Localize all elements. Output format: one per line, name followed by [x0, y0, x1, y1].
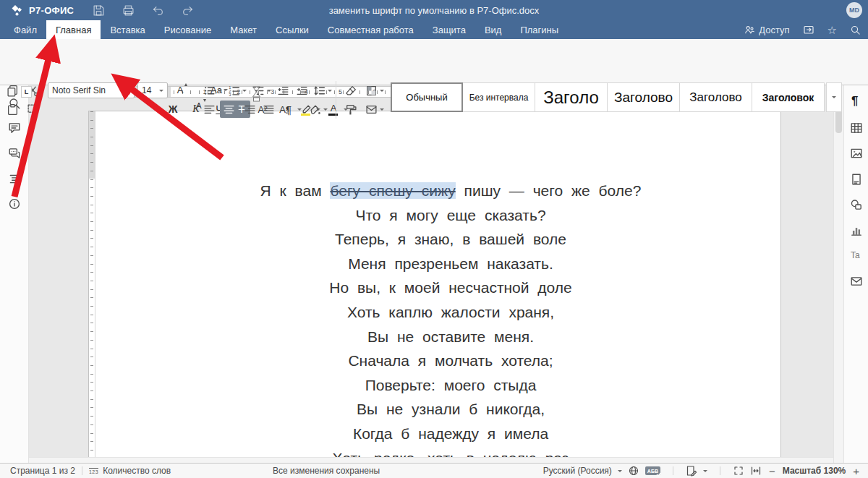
document-page[interactable]: Я к вам бегу спешу сижу пишу — чего же б…	[88, 111, 781, 463]
font-size-select[interactable]: 14	[137, 82, 168, 98]
paragraph-settings-icon[interactable]: ¶	[851, 94, 858, 108]
font-name-select[interactable]: Noto Serif Sin	[48, 82, 135, 98]
doc-line: Поверьте: моего стыда	[170, 373, 731, 398]
tab-references[interactable]: Ссылки	[266, 20, 318, 39]
bullet-list-button[interactable]	[201, 82, 217, 98]
shape-settings-icon[interactable]	[850, 198, 863, 211]
formatting-marks-dropdown[interactable]	[297, 101, 302, 117]
multilevel-list-button[interactable]	[250, 82, 266, 98]
access-button[interactable]: Доступ	[744, 25, 789, 35]
vertical-ruler[interactable]	[89, 111, 95, 463]
open-file-location-icon[interactable]	[803, 24, 814, 35]
status-bar: Страница 1 из 2 123 Количество слов Все …	[0, 463, 868, 478]
app-name: Р7-ОФИС	[29, 5, 74, 16]
page-indicator[interactable]: Страница 1 из 2	[10, 466, 75, 476]
page-color-button[interactable]	[363, 82, 379, 98]
chevron-down-icon	[267, 90, 271, 92]
navigation-headings-icon[interactable]	[8, 172, 21, 185]
spellcheck-button[interactable]: АБВ	[645, 466, 660, 475]
clear-style-button[interactable]	[343, 82, 359, 98]
about-info-icon[interactable]	[8, 197, 21, 210]
text-run: Я к вам	[260, 182, 331, 199]
decrease-indent-button[interactable]	[275, 82, 291, 98]
text-run: Когда б надежду я имела	[353, 425, 548, 442]
numbered-list-dropdown[interactable]	[242, 82, 247, 98]
tab-draw[interactable]: Рисование	[155, 20, 221, 39]
word-count-label[interactable]: Количество слов	[103, 466, 171, 476]
tab-insert[interactable]: Вставка	[101, 20, 154, 39]
track-changes-icon[interactable]	[686, 465, 697, 477]
right-settings-panel: ¶ Ta	[843, 85, 868, 463]
mail-merge-dropdown[interactable]	[379, 101, 385, 117]
style-heading4[interactable]: Заголовок	[752, 82, 825, 112]
style-no-spacing[interactable]: Без интервала	[463, 82, 535, 112]
zoom-in-button[interactable]: +	[851, 465, 861, 477]
redo-icon[interactable]	[182, 4, 194, 17]
zoom-out-button[interactable]: −	[767, 465, 777, 477]
line-spacing-button[interactable]	[311, 82, 327, 98]
tab-home[interactable]: Главная	[46, 20, 101, 39]
style-heading3[interactable]: Заголово	[680, 82, 752, 112]
comments-icon[interactable]	[8, 121, 21, 135]
copy-button[interactable]	[4, 82, 20, 98]
line-spacing-dropdown[interactable]	[327, 82, 333, 98]
formatting-marks-button[interactable]: ¶	[281, 101, 297, 117]
paste-button[interactable]	[4, 101, 20, 117]
tab-plugins[interactable]: Плагины	[511, 20, 568, 39]
favorites-star-icon[interactable]: ☆	[827, 25, 837, 35]
statusbar-divider	[673, 466, 673, 475]
mail-merge-button[interactable]	[363, 101, 379, 117]
print-icon[interactable]	[122, 4, 135, 17]
style-label: Заголово	[689, 90, 742, 105]
header-footer-settings-icon[interactable]	[850, 173, 863, 186]
avatar[interactable]: MD	[846, 2, 862, 18]
paint-roller-icon	[345, 103, 357, 116]
shading-dropdown[interactable]	[323, 101, 328, 117]
doc-line: Вы не оставите меня.	[170, 325, 731, 349]
justify-button[interactable]	[260, 101, 276, 117]
table-settings-icon[interactable]	[850, 121, 863, 135]
page-color-dropdown[interactable]	[379, 82, 385, 98]
shading-button[interactable]	[307, 101, 323, 117]
chat-icon[interactable]	[8, 147, 21, 160]
increase-font-size-button[interactable]: A	[172, 82, 188, 98]
tab-stop-selector[interactable]: L	[21, 86, 32, 98]
textart-settings-icon[interactable]: Ta	[851, 250, 860, 260]
increase-indent-button[interactable]	[294, 82, 310, 98]
tab-layout[interactable]: Макет	[221, 20, 266, 39]
bold-button[interactable]: Ж	[165, 101, 181, 117]
fit-width-icon[interactable]	[750, 465, 762, 477]
zoom-level[interactable]: Масштаб 130%	[783, 466, 846, 476]
style-gallery-more-button[interactable]	[826, 82, 842, 112]
bullet-list-dropdown[interactable]	[217, 82, 223, 98]
fit-page-icon[interactable]	[733, 465, 744, 477]
numbered-list-button[interactable]: 123	[226, 82, 242, 98]
multilevel-list-dropdown[interactable]	[266, 82, 272, 98]
image-settings-icon[interactable]	[850, 147, 863, 160]
mail-merge-settings-icon[interactable]	[850, 275, 863, 288]
style-heading2[interactable]: Заголово	[608, 82, 680, 112]
select-all-button[interactable]	[25, 101, 41, 117]
align-right-button[interactable]	[242, 101, 258, 117]
tab-bar: ФайлГлавнаяВставкаРисованиеМакетСсылкиСо…	[4, 20, 568, 39]
copy-style-button[interactable]	[343, 101, 359, 117]
vertical-scrollbar[interactable]	[833, 85, 843, 463]
style-heading1[interactable]: Заголо	[535, 82, 608, 112]
tab-file[interactable]: Файл	[4, 20, 46, 39]
tab-protection[interactable]: Защита	[423, 20, 475, 39]
align-left-button[interactable]	[201, 101, 217, 117]
style-normal[interactable]: Обычный	[391, 82, 463, 112]
paste-icon	[7, 103, 19, 116]
tab-view[interactable]: Вид	[475, 20, 511, 39]
horizontal-scrollbar[interactable]	[29, 457, 833, 463]
undo-icon[interactable]	[152, 4, 164, 17]
tab-collaboration[interactable]: Совместная работа	[318, 20, 423, 39]
document-text[interactable]: Я к вам бегу спешу сижу пишу — чего же б…	[170, 179, 731, 470]
save-icon[interactable]	[93, 4, 105, 17]
search-icon[interactable]	[850, 25, 861, 35]
track-changes-dropdown[interactable]	[703, 470, 707, 472]
chart-settings-icon[interactable]	[850, 224, 863, 237]
set-language-globe-icon[interactable]	[628, 465, 639, 477]
language-selector[interactable]: Русский (Россия)	[543, 466, 612, 476]
align-center-button[interactable]	[220, 101, 237, 118]
